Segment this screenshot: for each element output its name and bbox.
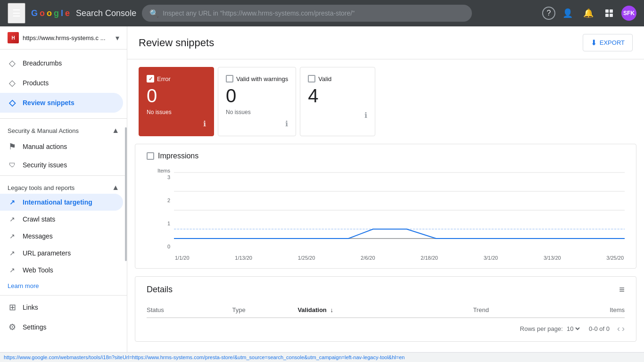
divider-2 [0, 175, 127, 176]
logo-l: l [61, 8, 63, 18]
status-bar: https://www.google.com/webmasters/tools/… [0, 352, 644, 362]
pagination-next-button[interactable]: › [622, 324, 625, 334]
x-label-5: 3/1/20 [484, 255, 498, 261]
y-label-3: 3 [167, 174, 170, 180]
col-type: Type [232, 303, 298, 318]
site-selector[interactable]: H https://www.hrms-systems.c ... ▾ [0, 26, 127, 49]
sidebar-item-security-issues[interactable]: 🛡 Security issues [0, 156, 123, 173]
grid-icon [605, 9, 613, 17]
sidebar-item-manual-actions[interactable]: ⚑ Manual actions [0, 137, 123, 156]
international-targeting-icon: ↗ [8, 198, 17, 206]
valid-help-icon[interactable]: ℹ [364, 111, 367, 120]
warnings-help-icon[interactable]: ℹ [285, 119, 288, 128]
security-issues-icon: 🛡 [8, 161, 17, 169]
y-axis-title: Items [157, 168, 170, 173]
topbar-icons: ? 👤 🔔 SFK [542, 5, 636, 22]
warnings-checkbox[interactable] [226, 75, 233, 82]
impressions-section: Impressions Items 3 2 1 0 [135, 144, 636, 269]
sidebar-item-messages[interactable]: ↗ Messages [0, 228, 123, 245]
impressions-title: Impressions [158, 152, 198, 160]
legacy-section-title: Legacy tools and reports [8, 184, 74, 191]
menu-icon[interactable]: ☰ [8, 3, 25, 24]
sidebar-item-review-snippets[interactable]: ◇ Review snippets [0, 93, 123, 113]
logo-g2: g [54, 8, 59, 18]
sidebar-item-breadcrumbs[interactable]: ◇ Breadcrumbs [0, 53, 123, 73]
col-trend: Trend [473, 303, 551, 318]
legacy-section-header[interactable]: Legacy tools and reports ▲ [0, 178, 127, 194]
y-label-2: 2 [167, 197, 170, 203]
avatar[interactable]: SFK [621, 6, 636, 21]
crawl-stats-icon: ↗ [8, 215, 17, 223]
status-bar-url: https://www.google.com/webmasters/tools/… [4, 354, 405, 360]
warnings-sublabel: No issues [226, 109, 288, 115]
main-layout: H https://www.hrms-systems.c ... ▾ ◇ Bre… [0, 26, 644, 362]
sidebar-item-label: International targeting [23, 198, 92, 206]
main-content: Review snippets ⬇ EXPORT ✓ Error 0 No is… [127, 26, 644, 362]
legacy-section-chevron-icon: ▲ [112, 183, 119, 192]
learn-more-link[interactable]: Learn more [0, 279, 127, 293]
warnings-card[interactable]: Valid with warnings 0 No issues ℹ [218, 67, 296, 136]
error-checkbox[interactable]: ✓ [147, 75, 154, 82]
pagination: Rows per page: 10 25 50 0-0 of 0 ‹ › [147, 318, 625, 334]
valid-card[interactable]: Valid 4 ℹ [300, 67, 375, 136]
warnings-label: Valid with warnings [236, 75, 288, 82]
rows-per-page-select[interactable]: 10 25 50 [565, 325, 581, 333]
error-card[interactable]: ✓ Error 0 No issues ℹ [139, 67, 214, 136]
sidebar-item-label: Web Tools [23, 266, 53, 274]
x-label-1: 1/13/20 [235, 255, 252, 261]
sidebar-item-web-tools[interactable]: ↗ Web Tools [0, 262, 123, 279]
pagination-range: 0-0 of 0 [589, 325, 610, 332]
search-bar[interactable]: 🔍 [142, 5, 472, 22]
x-label-4: 2/18/20 [421, 255, 438, 261]
security-section-items: ⚑ Manual actions 🛡 Security issues [0, 137, 127, 173]
sidebar: H https://www.hrms-systems.c ... ▾ ◇ Bre… [0, 26, 127, 362]
warnings-count: 0 [226, 84, 288, 107]
apps-grid-icon[interactable] [601, 5, 618, 22]
search-input[interactable] [163, 9, 464, 17]
valid-checkbox[interactable] [308, 75, 315, 82]
accounts-icon[interactable]: 👤 [559, 5, 576, 22]
divider-3 [0, 295, 127, 296]
error-help-icon[interactable]: ℹ [203, 119, 206, 128]
x-label-7: 3/25/20 [606, 255, 624, 261]
impressions-checkbox[interactable] [147, 152, 154, 160]
logo-o1: o [40, 8, 45, 18]
chart-svg [174, 168, 625, 253]
error-label: Error [157, 75, 171, 82]
sidebar-item-products[interactable]: ◇ Products [0, 73, 123, 93]
col-status: Status [147, 303, 232, 318]
valid-label: Valid [318, 75, 331, 82]
sidebar-item-links[interactable]: ⊞ Links [0, 297, 123, 317]
help-button[interactable]: ? [542, 7, 555, 20]
security-section-header[interactable]: Security & Manual Actions ▲ [0, 121, 127, 137]
sidebar-item-label: Messages [23, 232, 53, 240]
sidebar-item-label: Breadcrumbs [23, 59, 62, 67]
y-axis: Items 3 2 1 0 [147, 168, 170, 261]
logo-e: e [65, 8, 70, 18]
security-section-title: Security & Manual Actions [8, 127, 79, 134]
logo-o2: o [47, 8, 52, 18]
settings-icon: ⚙ [8, 322, 17, 332]
scrollbar-thumb[interactable] [125, 127, 127, 262]
sidebar-item-label: Security issues [23, 161, 67, 169]
logo-product-name: Search Console [76, 8, 136, 18]
x-label-2: 1/25/20 [298, 255, 315, 261]
col-validation[interactable]: Validation ↓ [297, 303, 473, 318]
export-icon: ⬇ [591, 38, 597, 47]
notifications-icon[interactable]: 🔔 [580, 5, 597, 22]
sidebar-item-international-targeting[interactable]: ↗ International targeting [0, 194, 123, 211]
products-icon: ◇ [8, 78, 17, 88]
x-label-6: 3/13/20 [544, 255, 561, 261]
pagination-prev-button[interactable]: ‹ [617, 324, 620, 334]
sidebar-item-label: Review snippets [23, 99, 74, 107]
table-header-row: Status Type Validation ↓ Trend Items [147, 303, 625, 318]
sidebar-item-crawl-stats[interactable]: ↗ Crawl stats [0, 211, 123, 228]
site-icon: H [8, 32, 19, 43]
sidebar-item-url-parameters[interactable]: ↗ URL parameters [0, 245, 123, 262]
export-button[interactable]: ⬇ EXPORT [583, 34, 633, 51]
sidebar-item-settings[interactable]: ⚙ Settings [0, 317, 123, 337]
site-chevron-icon: ▾ [116, 33, 119, 42]
sidebar-item-label: Links [23, 304, 38, 311]
filter-icon[interactable]: ≡ [619, 284, 625, 295]
search-icon: 🔍 [149, 9, 159, 18]
